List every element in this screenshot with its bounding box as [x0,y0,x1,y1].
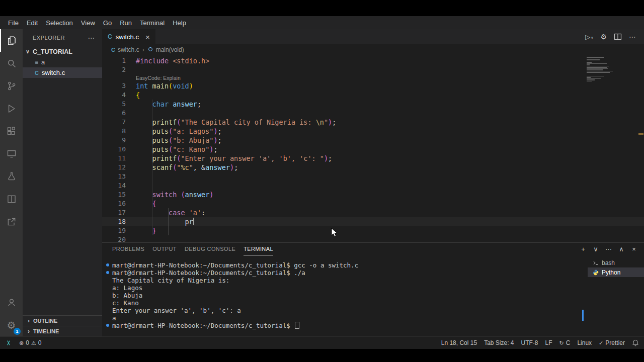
code-line-2[interactable]: 2 [102,65,644,74]
activity-account[interactable] [0,291,23,314]
code-text: #include <stdio.h> [126,56,209,65]
breadcrumb-symbol[interactable]: main(void) [147,46,184,54]
explorer-more-icon[interactable]: ⋯ [88,34,96,42]
activity-live-share[interactable] [0,210,23,233]
tab-switch-c[interactable]: C switch.c × [102,29,155,44]
breadcrumb-file[interactable]: C switch.c [111,46,139,53]
activity-explorer[interactable] [0,29,23,52]
code-line-15[interactable]: 15 switch (answer) [102,190,644,199]
run-c-file-icon[interactable]: ▷∨ [585,33,593,41]
split-editor-icon[interactable] [614,33,622,41]
code-line-8[interactable]: 8 puts("a: Lagos"); [102,127,644,136]
code-line-17[interactable]: 17 case 'a': [102,208,644,217]
terminal-scrollbar[interactable] [582,310,584,321]
code-token: { [152,200,156,208]
panel-tab-output[interactable]: OUTPUT [152,243,177,255]
menu-item-terminal[interactable]: Terminal [136,19,169,27]
folder-row-c-tutorial[interactable]: ∨ C_TUTORIAL [23,46,102,57]
code-line-13[interactable]: 13 [102,172,644,181]
menu-item-edit[interactable]: Edit [23,19,42,27]
code-line-11[interactable]: 11 printf("Enter your answer 'a', 'b', '… [102,154,644,163]
formatter[interactable]: ✓Prettier [599,339,625,346]
activity-testing[interactable] [0,165,23,188]
activity-search[interactable] [0,52,23,74]
section-timeline[interactable]: ›TIMELINE [23,326,102,336]
code-token [136,200,152,208]
cursor-position[interactable]: Ln 18, Col 15 [441,339,477,346]
settings-gear-icon[interactable]: ⚙ [600,33,607,41]
remote-indicator[interactable] [5,339,12,346]
code-text: puts("c: Kano"); [126,145,218,154]
code-token: int [136,82,148,90]
indent-guide [152,100,152,235]
menu-item-help[interactable]: Help [169,19,190,27]
minimap-bar [587,78,601,79]
close-icon[interactable]: × [145,33,150,41]
code-line-12[interactable]: 12 scanf("%c", &answer); [102,163,644,172]
menu-item-selection[interactable]: Selection [42,19,76,27]
code-text: switch (answer) [126,190,214,199]
activity-run-debug[interactable] [0,97,23,120]
file-label: a [41,58,45,66]
code-lines: 1#include <stdio.h>2EasyCode: Explain3in… [102,55,644,242]
code-line-16[interactable]: 16 { [102,199,644,208]
sidebar-sections: ›OUTLINE›TIMELINE [23,315,102,336]
panel-tab-problems[interactable]: PROBLEMS [112,243,144,255]
terminal-output[interactable]: mart@drmart-HP-Notebook:~/Documents/c_tu… [102,255,588,336]
activity-extensions[interactable] [0,120,23,142]
activity-remote-explorer[interactable] [0,142,23,165]
code-line-4[interactable]: 4{ [102,90,644,100]
more-actions-icon[interactable]: ⋯ [629,33,636,41]
code-text: printf("Enter your answer 'a', 'b', 'c':… [126,154,332,163]
activity-source-control[interactable] [0,74,23,97]
code-line-9[interactable]: 9 puts("b: Abuja"); [102,136,644,145]
code-line-10[interactable]: 10 puts("c: Kano"); [102,145,644,154]
eol[interactable]: LF [545,339,552,346]
code-line-6[interactable]: 6 [102,109,644,118]
more-actions-icon[interactable]: ⋯ [605,245,612,253]
terminal-text: The Capital city of Nigeria is: [112,277,233,284]
indentation[interactable]: Tab Size: 4 [484,339,514,346]
code-line-3[interactable]: 3int main(void) [102,81,644,90]
code-line-19[interactable]: 19 } [102,226,644,235]
menu-item-view[interactable]: View [77,19,99,27]
terminal-line: a [112,314,588,322]
code-line-1[interactable]: 1#include <stdio.h> [102,56,644,65]
code-token: answer [173,100,197,108]
terminal-session-bash[interactable]: bash [588,258,644,267]
code-line-5[interactable]: 5 char answer; [102,100,644,109]
section-outline[interactable]: ›OUTLINE [23,315,102,326]
code-token: #include [136,57,169,65]
menu-item-run[interactable]: Run [116,19,136,27]
symbol-method-icon [147,46,153,54]
maximize-panel-icon[interactable]: ∧ [618,245,624,253]
code-token: answer [205,163,230,171]
menu-item-file[interactable]: File [4,19,23,27]
problems-status[interactable]: ⊗0⚠0 [19,339,41,346]
code-line-7[interactable]: 7 printf("The Capital city of Nigeria is… [102,118,644,127]
menu-item-go[interactable]: Go [99,19,116,27]
code-line-14[interactable]: 14 [102,181,644,190]
code-line-20[interactable]: 20 [102,235,644,242]
activity-settings[interactable]: ⚙1 [0,314,23,336]
activity-layout[interactable] [0,188,23,210]
code-line-18[interactable]: 18 pr [102,217,644,226]
code-editor[interactable]: 1#include <stdio.h>2EasyCode: Explain3in… [102,55,644,242]
file-item-a[interactable]: ≡a [23,57,102,67]
command-decoration-dot [106,271,109,274]
file-item-switch-c[interactable]: Cswitch.c [23,67,102,78]
close-panel-icon[interactable]: × [631,245,637,253]
terminal-session-python[interactable]: Python [588,267,644,277]
code-token: case [169,209,185,217]
terminal-line: mart@drmart-HP-Notebook:~/Documents/c_tu… [112,269,588,277]
notifications[interactable] [632,339,639,346]
codelens-action[interactable]: EasyCode: Explain [136,74,644,81]
terminal-picker-icon[interactable]: ∨ [593,245,599,253]
new-terminal-icon[interactable]: + [580,245,586,253]
encoding[interactable]: UTF-8 [521,339,538,346]
os-indicator[interactable]: Linux [577,339,592,346]
minimap[interactable] [587,57,637,82]
panel-tab-terminal[interactable]: TERMINAL [244,243,273,255]
panel-tab-debug-console[interactable]: DEBUG CONSOLE [185,243,235,255]
language-status[interactable]: ↻C [559,339,571,346]
